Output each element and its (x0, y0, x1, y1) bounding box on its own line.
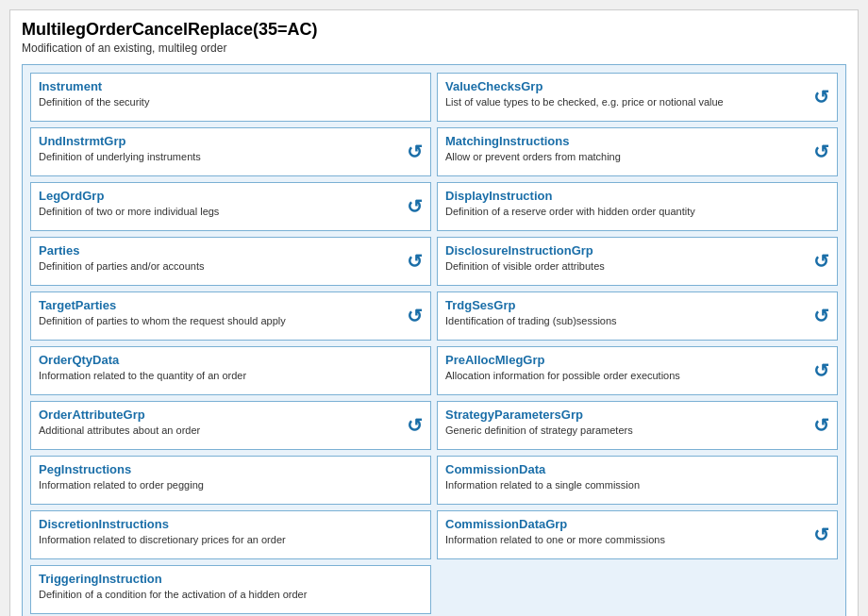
card-desc-value-checks-grp: List of value types to be checked, e.g. … (445, 95, 829, 108)
card-desc-commission-data: Information related to a single commissi… (445, 478, 829, 491)
page-subtitle: Modification of an existing, multileg or… (22, 42, 846, 55)
card-desc-trdg-ses-grp: Identification of trading (sub)sessions (445, 314, 829, 327)
card-order-attribute-grp[interactable]: OrderAttributeGrpAdditional attributes a… (30, 401, 431, 450)
card-title-matching-instructions: MatchingInstructions (445, 134, 829, 148)
card-desc-instrument: Definition of the security (39, 95, 423, 108)
card-title-instrument: Instrument (39, 79, 423, 93)
card-desc-discretion-instructions: Information related to discretionary pri… (39, 533, 423, 546)
card-title-order-attribute-grp: OrderAttributeGrp (39, 408, 423, 422)
navigate-icon-trdg-ses-grp[interactable]: ↺ (813, 305, 829, 327)
card-triggering-instruction[interactable]: TriggeringInstructionDefinition of a con… (30, 565, 431, 614)
navigate-icon-order-attribute-grp[interactable]: ↺ (407, 414, 423, 437)
card-title-value-checks-grp: ValueChecksGrp (445, 79, 829, 93)
card-title-pre-alloc-mleg-grp: PreAllocMlegGrp (445, 353, 829, 367)
navigate-icon-strategy-parameters-grp[interactable]: ↺ (813, 414, 829, 437)
cards-grid: InstrumentDefinition of the securityValu… (30, 73, 838, 614)
navigate-icon-commission-data-grp[interactable]: ↺ (813, 524, 829, 546)
card-desc-strategy-parameters-grp: Generic definition of strategy parameter… (445, 424, 829, 437)
card-title-commission-data: CommissionData (445, 462, 829, 476)
card-peg-instructions[interactable]: PegInstructionsInformation related to or… (30, 456, 431, 505)
navigate-icon-pre-alloc-mleg-grp[interactable]: ↺ (813, 359, 829, 382)
card-commission-data[interactable]: CommissionDataInformation related to a s… (437, 456, 838, 505)
card-title-leg-ord-grp: LegOrdGrp (39, 189, 423, 203)
card-disclosure-instruction-grp[interactable]: DisclosureInstructionGrpDefinition of vi… (437, 237, 838, 286)
card-title-parties: Parties (39, 243, 423, 258)
card-title-order-qty-data: OrderQtyData (39, 353, 423, 367)
card-desc-target-parties: Definition of parties to whom the reques… (39, 314, 423, 327)
card-trdg-ses-grp[interactable]: TrdgSesGrpIdentification of trading (sub… (437, 291, 838, 341)
card-target-parties[interactable]: TargetPartiesDefinition of parties to wh… (30, 291, 431, 341)
card-discretion-instructions[interactable]: DiscretionInstructionsInformation relate… (30, 510, 431, 559)
card-desc-pre-alloc-mleg-grp: Allocation information for possible orde… (445, 369, 829, 382)
card-pre-alloc-mleg-grp[interactable]: PreAllocMlegGrpAllocation information fo… (437, 346, 838, 395)
card-leg-ord-grp[interactable]: LegOrdGrpDefinition of two or more indiv… (30, 182, 431, 231)
card-title-commission-data-grp: CommissionDataGrp (445, 517, 829, 531)
card-desc-display-instruction: Definition of a reserve order with hidde… (445, 205, 829, 218)
navigate-icon-matching-instructions[interactable]: ↺ (813, 141, 829, 163)
navigate-icon-value-checks-grp[interactable]: ↺ (813, 86, 829, 108)
card-desc-commission-data-grp: Information related to one or more commi… (445, 533, 829, 546)
card-desc-order-qty-data: Information related to the quantity of a… (39, 369, 423, 382)
card-desc-und-instrmt-grp: Definition of underlying instruments (39, 150, 423, 163)
card-desc-leg-ord-grp: Definition of two or more individual leg… (39, 205, 423, 218)
card-instrument[interactable]: InstrumentDefinition of the security (30, 73, 431, 122)
card-desc-triggering-instruction: Definition of a condition for the activa… (39, 588, 423, 601)
navigate-icon-target-parties[interactable]: ↺ (407, 305, 423, 327)
card-commission-data-grp[interactable]: CommissionDataGrpInformation related to … (437, 510, 838, 559)
card-title-disclosure-instruction-grp: DisclosureInstructionGrp (445, 243, 829, 258)
card-title-triggering-instruction: TriggeringInstruction (39, 572, 423, 586)
card-order-qty-data[interactable]: OrderQtyDataInformation related to the q… (30, 346, 431, 395)
card-title-peg-instructions: PegInstructions (39, 462, 423, 476)
card-desc-peg-instructions: Information related to order pegging (39, 478, 423, 491)
navigate-icon-disclosure-instruction-grp[interactable]: ↺ (813, 250, 829, 273)
card-title-und-instrmt-grp: UndInstrmtGrp (39, 134, 423, 148)
card-title-strategy-parameters-grp: StrategyParametersGrp (445, 408, 829, 422)
navigate-icon-und-instrmt-grp[interactable]: ↺ (407, 141, 423, 163)
card-desc-disclosure-instruction-grp: Definition of visible order attributes (445, 259, 829, 273)
navigate-icon-leg-ord-grp[interactable]: ↺ (407, 195, 423, 218)
card-title-target-parties: TargetParties (39, 298, 423, 312)
card-matching-instructions[interactable]: MatchingInstructionsAllow or prevent ord… (437, 127, 838, 176)
card-title-trdg-ses-grp: TrdgSesGrp (445, 298, 829, 312)
card-desc-matching-instructions: Allow or prevent orders from matching (445, 150, 829, 163)
card-parties[interactable]: PartiesDefinition of parties and/or acco… (30, 237, 431, 286)
card-display-instruction[interactable]: DisplayInstructionDefinition of a reserv… (437, 182, 838, 231)
card-title-display-instruction: DisplayInstruction (445, 189, 829, 203)
main-container: InstrumentDefinition of the securityValu… (22, 64, 846, 616)
card-value-checks-grp[interactable]: ValueChecksGrpList of value types to be … (437, 73, 838, 122)
page-title: MultilegOrderCancelReplace(35=AC) (22, 20, 846, 40)
card-desc-order-attribute-grp: Additional attributes about an order (39, 424, 423, 437)
card-desc-parties: Definition of parties and/or accounts (39, 259, 423, 273)
card-und-instrmt-grp[interactable]: UndInstrmtGrpDefinition of underlying in… (30, 127, 431, 176)
card-title-discretion-instructions: DiscretionInstructions (39, 517, 423, 531)
page-wrapper: MultilegOrderCancelReplace(35=AC) Modifi… (9, 9, 859, 616)
navigate-icon-parties[interactable]: ↺ (407, 250, 423, 273)
card-strategy-parameters-grp[interactable]: StrategyParametersGrpGeneric definition … (437, 401, 838, 450)
